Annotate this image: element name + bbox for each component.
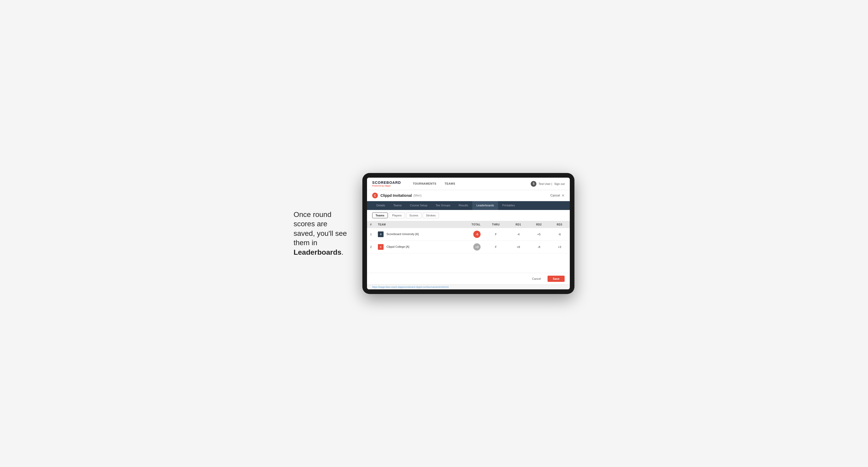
leaderboard-table-container: # TEAM TOTAL THRU RD1 RD2 RD3 1 — [367, 221, 570, 273]
row1-team: S Scoreboard University [A] — [375, 228, 457, 241]
row2-team-name: Clippd College [A] — [386, 245, 409, 248]
tab-teams[interactable]: Teams — [389, 201, 406, 210]
tablet-screen: SCOREBOARD Powered by clippd TOURNAMENTS… — [367, 178, 570, 289]
sub-tab-strokes[interactable]: Strokes — [423, 213, 439, 218]
col-total: TOTAL — [457, 221, 484, 228]
row2-total: +3 — [457, 241, 484, 253]
user-name: Test User | — [538, 182, 552, 185]
tournament-gender: (Men) — [413, 194, 421, 197]
row1-rd2: +5 — [529, 228, 549, 241]
col-thru: THRU — [484, 221, 508, 228]
row1-score-badge: -5 — [473, 231, 480, 238]
row2-team-logo: C — [378, 244, 383, 250]
tournament-cancel-button[interactable]: Cancel ✕ — [550, 193, 565, 197]
row1-total: -5 — [457, 228, 484, 241]
page-wrapper: Once round scores are saved, you'll see … — [253, 173, 615, 294]
tab-results[interactable]: Results — [455, 201, 472, 210]
row1-thru: F — [484, 228, 508, 241]
url-bar: https://stage-blue-coach.stagescoreboard… — [367, 284, 570, 289]
instruction-period: . — [341, 248, 343, 256]
cancel-x-icon: ✕ — [561, 193, 565, 197]
logo-title: SCOREBOARD — [372, 181, 401, 185]
logo-area: SCOREBOARD Powered by clippd — [372, 181, 401, 187]
nav-right: S Test User | Sign out — [531, 181, 565, 187]
tab-details[interactable]: Details — [372, 201, 389, 210]
tab-tee-groups[interactable]: Tee Groups — [431, 201, 455, 210]
top-nav: SCOREBOARD Powered by clippd TOURNAMENTS… — [367, 178, 570, 190]
col-rd2: RD2 — [529, 221, 549, 228]
footer: Cancel Save — [367, 273, 570, 284]
table-row: 2 C Clippd College [A] +3 F +8 -8 +3 — [367, 241, 570, 253]
row2-rd3: +3 — [549, 241, 570, 253]
col-rd3: RD3 — [549, 221, 570, 228]
instruction-line1: Once round — [293, 211, 331, 218]
row1-team-logo: S — [378, 231, 383, 237]
cancel-label: Cancel — [550, 194, 560, 197]
row1-rd3: -6 — [549, 228, 570, 241]
footer-cancel-button[interactable]: Cancel — [528, 276, 545, 282]
tournament-logo: C — [372, 193, 378, 198]
instruction-line4: them in — [293, 239, 317, 247]
tab-nav: Details Teams Course Setup Tee Groups Re… — [367, 201, 570, 210]
tab-course-setup[interactable]: Course Setup — [406, 201, 431, 210]
col-rank: # — [367, 221, 375, 228]
row2-rd2: -8 — [529, 241, 549, 253]
nav-tournaments[interactable]: TOURNAMENTS — [409, 178, 440, 190]
row2-score-badge: +3 — [473, 243, 480, 251]
col-team: TEAM — [375, 221, 457, 228]
user-avatar: S — [531, 181, 536, 187]
row1-team-name: Scoreboard University [A] — [386, 232, 419, 236]
row1-rank: 1 — [367, 228, 375, 241]
table-row: 1 S Scoreboard University [A] -5 F -4 +5 — [367, 228, 570, 241]
tab-printables[interactable]: Printables — [498, 201, 519, 210]
sub-tab-teams[interactable]: Teams — [372, 213, 388, 218]
leaderboard-table: # TEAM TOTAL THRU RD1 RD2 RD3 1 — [367, 221, 570, 253]
tablet-frame: SCOREBOARD Powered by clippd TOURNAMENTS… — [362, 173, 575, 294]
nav-links: TOURNAMENTS TEAMS — [409, 178, 459, 190]
instructional-text: Once round scores are saved, you'll see … — [293, 210, 347, 257]
brand-name: clippd — [384, 185, 391, 187]
instruction-line2: scores are — [293, 220, 328, 228]
row2-team: C Clippd College [A] — [375, 241, 457, 253]
nav-teams[interactable]: TEAMS — [440, 178, 459, 190]
row2-rd1: +8 — [508, 241, 529, 253]
tab-leaderboards[interactable]: Leaderboards — [472, 201, 498, 210]
instruction-line3: saved, you'll see — [293, 229, 347, 238]
row1-rd1: -4 — [508, 228, 529, 241]
col-rd1: RD1 — [508, 221, 529, 228]
sign-out-link[interactable]: Sign out — [554, 182, 565, 185]
sub-tab-scores[interactable]: Scores — [406, 213, 422, 218]
sub-tab-players[interactable]: Players — [389, 213, 405, 218]
tournament-header: C Clippd Invitational (Men) Cancel ✕ — [367, 190, 570, 201]
row2-thru: F — [484, 241, 508, 253]
sub-tabs: Teams Players Scores Strokes — [367, 210, 570, 221]
row2-rank: 2 — [367, 241, 375, 253]
logo-powered: Powered by clippd — [372, 185, 401, 187]
instruction-bold: Leaderboards — [293, 248, 341, 256]
tournament-name: Clippd Invitational — [380, 193, 412, 197]
footer-save-button[interactable]: Save — [548, 276, 565, 282]
